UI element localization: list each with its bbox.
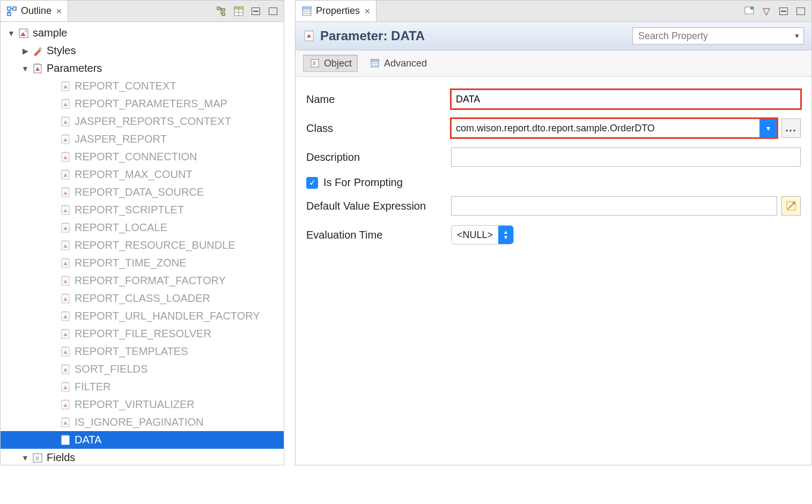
param-icon	[60, 257, 71, 269]
svg-point-16	[25, 30, 27, 32]
eval-time-select[interactable]: <NULL> ▲▼	[451, 225, 514, 244]
param-icon	[60, 399, 71, 411]
expression-editor-button[interactable]	[781, 196, 801, 216]
subtab-advanced-label: Advanced	[384, 58, 427, 69]
tree-mode-icon[interactable]	[215, 5, 228, 18]
name-label: Name	[306, 93, 451, 106]
svg-rect-7	[222, 13, 225, 16]
tree-item[interactable]: REPORT_TEMPLATES	[1, 343, 284, 360]
svg-rect-14	[269, 8, 277, 14]
tree-item[interactable]: REPORT_SCRIPTLET	[1, 201, 284, 219]
tree-item[interactable]: REPORT_CONNECTION	[1, 148, 284, 166]
properties-form: Name Class com.wison.report.dto.report.s…	[296, 77, 811, 465]
pin-icon[interactable]	[743, 5, 756, 18]
chevron-down-icon[interactable]: ▾	[759, 119, 777, 137]
tree-item[interactable]: JASPER_REPORTS_CONTEXT	[1, 113, 284, 130]
tree-item[interactable]: REPORT_MAX_COUNT	[1, 166, 284, 183]
tree-item[interactable]: REPORT_LOCALE	[1, 219, 284, 236]
tree-item-label: Styles	[46, 45, 76, 57]
class-browse-button[interactable]: ...	[781, 118, 801, 138]
advanced-icon	[369, 57, 381, 69]
tree-item[interactable]: REPORT_CLASS_LOADER	[1, 290, 284, 307]
tree-item[interactable]: REPORT_TIME_ZONE	[1, 254, 284, 272]
tree-item-label: DATA	[73, 434, 101, 446]
tree-item-label: JASPER_REPORT	[73, 133, 167, 145]
svg-rect-55	[371, 60, 379, 62]
properties-tab[interactable]: Properties ✕	[296, 1, 377, 21]
subtab-object[interactable]: # Object	[303, 55, 358, 72]
tree-item-label: REPORT_FORMAT_FACTORY	[73, 275, 226, 287]
properties-tab-label: Properties	[316, 5, 360, 17]
tree-item-label: FILTER	[73, 381, 110, 393]
search-property-input[interactable]: Search Property ▼	[632, 27, 804, 45]
tree-item-label: REPORT_DATA_SOURCE	[73, 186, 204, 198]
param-icon	[60, 310, 71, 322]
class-combobox[interactable]: com.wison.report.dto.report.sample.Order…	[451, 118, 777, 138]
tree-item[interactable]: REPORT_FORMAT_FACTORY	[1, 272, 284, 290]
param-icon	[60, 434, 71, 446]
svg-text:#: #	[35, 455, 39, 462]
styles-icon	[32, 45, 43, 57]
param-icon	[32, 63, 43, 75]
tree-item[interactable]: REPORT_DATA_SOURCE	[1, 183, 284, 201]
tree-item[interactable]: ▼#Fields	[1, 449, 284, 465]
eval-time-label: Evaluation Time	[306, 229, 451, 241]
tree-item[interactable]: REPORT_PARAMETERS_MAP	[1, 95, 284, 113]
svg-rect-0	[8, 7, 11, 10]
minimize-icon[interactable]	[249, 5, 262, 18]
chevron-down-icon[interactable]: ▼	[21, 454, 29, 462]
param-icon	[60, 80, 71, 92]
close-icon[interactable]: ✕	[56, 7, 62, 16]
description-input[interactable]	[451, 147, 801, 167]
tree-item[interactable]: REPORT_VIRTUALIZER	[1, 396, 284, 413]
close-icon[interactable]: ✕	[364, 7, 371, 16]
tree-item-label: IS_IGNORE_PAGINATION	[73, 416, 203, 428]
tree-item-label: SORT_FIELDS	[73, 363, 147, 375]
tree-item[interactable]: ▼sample	[1, 24, 284, 42]
tree-item-label: REPORT_SCRIPTLET	[73, 204, 184, 216]
param-icon	[60, 364, 71, 375]
outline-tab[interactable]: Outline ✕	[1, 1, 68, 21]
subtab-advanced[interactable]: Advanced	[363, 55, 433, 72]
maximize-icon[interactable]	[267, 5, 279, 18]
tree-item[interactable]: REPORT_RESOURCE_BUNDLE	[1, 236, 284, 254]
tree-item-label: REPORT_FILE_RESOLVER	[73, 328, 211, 340]
outline-tab-label: Outline	[21, 5, 51, 17]
chevron-down-icon[interactable]: ▼	[21, 64, 29, 73]
tree-item[interactable]: IS_IGNORE_PAGINATION	[1, 413, 284, 431]
tree-item[interactable]: JASPER_REPORT	[1, 130, 284, 148]
svg-rect-50	[797, 8, 805, 14]
tree-item-label: REPORT_CLASS_LOADER	[73, 292, 210, 305]
tree-item-selected[interactable]: DATA	[1, 431, 284, 449]
object-icon: #	[309, 57, 321, 69]
maximize-icon[interactable]	[794, 5, 807, 18]
subtab-object-label: Object	[324, 58, 352, 69]
name-input[interactable]	[451, 90, 801, 109]
field-icon: #	[32, 452, 43, 464]
minimize-icon[interactable]	[777, 5, 790, 18]
class-value: com.wison.report.dto.report.sample.Order…	[452, 123, 759, 134]
properties-panel: Properties ✕ ▽ Parameter: DATA	[295, 0, 812, 465]
param-icon	[60, 151, 71, 163]
description-label: Description	[306, 151, 451, 164]
table-mode-icon[interactable]	[232, 5, 245, 18]
tree-item[interactable]: ▼Parameters	[1, 60, 284, 77]
view-menu-icon[interactable]: ▽	[760, 5, 773, 18]
prompting-checkbox[interactable]: ✓	[306, 177, 318, 189]
default-expr-input[interactable]	[451, 196, 777, 216]
properties-title-prefix: Parameter:	[320, 28, 391, 43]
chevron-right-icon[interactable]: ▶	[21, 47, 29, 55]
tree-item[interactable]: REPORT_URL_HANDLER_FACTORY	[1, 307, 284, 325]
tree-item[interactable]: FILTER	[1, 378, 284, 396]
chevron-down-icon[interactable]: ▼	[7, 29, 16, 38]
outline-tree[interactable]: ▼sample▶Styles▼ParametersREPORT_CONTEXTR…	[1, 22, 284, 465]
param-icon	[60, 222, 71, 234]
report-icon	[18, 27, 29, 39]
tree-item[interactable]: SORT_FIELDS	[1, 360, 284, 378]
properties-header: Parameter: DATA Search Property ▼	[296, 22, 811, 50]
tree-item[interactable]: REPORT_CONTEXT	[1, 77, 284, 95]
tree-item[interactable]: REPORT_FILE_RESOLVER	[1, 325, 284, 343]
param-icon	[60, 240, 71, 251]
param-icon	[303, 30, 315, 42]
tree-item[interactable]: ▶Styles	[1, 42, 284, 60]
